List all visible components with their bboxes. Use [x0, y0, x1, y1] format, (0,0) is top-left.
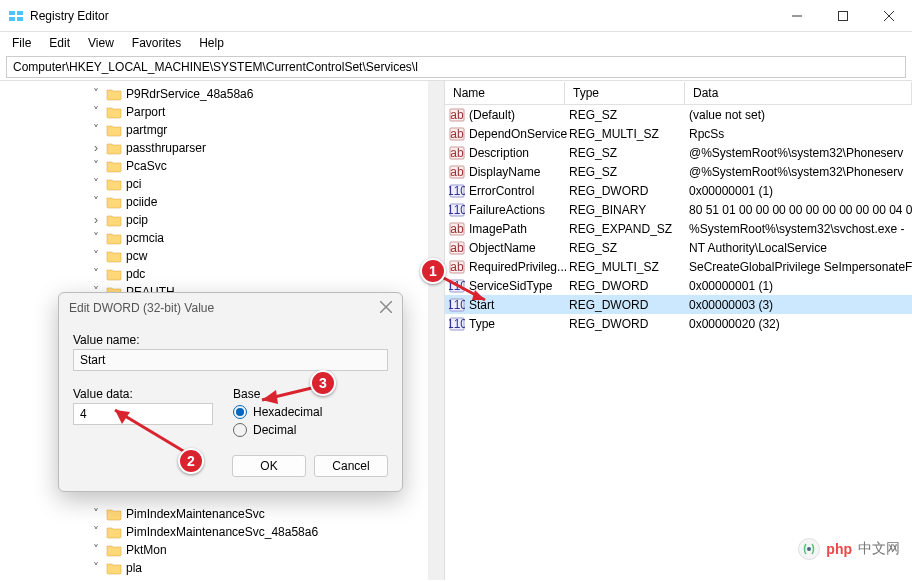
- column-type[interactable]: Type: [565, 82, 685, 104]
- close-button[interactable]: [866, 0, 912, 32]
- cancel-button[interactable]: Cancel: [314, 455, 388, 477]
- value-type: REG_EXPAND_SZ: [569, 222, 689, 236]
- tree-item[interactable]: ˅Parport: [0, 103, 444, 121]
- svg-text:110: 110: [449, 184, 465, 198]
- registry-value-row[interactable]: 110FailureActionsREG_BINARY80 51 01 00 0…: [445, 200, 912, 219]
- registry-value-row[interactable]: abDescriptionREG_SZ@%SystemRoot%\system3…: [445, 143, 912, 162]
- value-data: NT Authority\LocalService: [689, 241, 912, 255]
- value-name-input: [73, 349, 388, 371]
- tree-label: pciide: [126, 195, 157, 209]
- value-data: 0x00000020 (32): [689, 317, 912, 331]
- window-title: Registry Editor: [30, 9, 774, 23]
- tree-label: partmgr: [126, 123, 167, 137]
- tree-label: PimIndexMaintenanceSvc_48a58a6: [126, 525, 318, 539]
- address-bar[interactable]: Computer\HKEY_LOCAL_MACHINE\SYSTEM\Curre…: [6, 56, 906, 78]
- menu-favorites[interactable]: Favorites: [124, 34, 189, 52]
- value-name: ErrorControl: [469, 184, 569, 198]
- registry-value-row[interactable]: abObjectNameREG_SZNT Authority\LocalServ…: [445, 238, 912, 257]
- value-data: @%SystemRoot%\system32\Phoneserv: [689, 146, 912, 160]
- value-type: REG_DWORD: [569, 298, 689, 312]
- value-data: 0x00000003 (3): [689, 298, 912, 312]
- value-data: 80 51 01 00 00 00 00 00 00 00 00 00 04 0…: [689, 203, 912, 217]
- tree-label: Parport: [126, 105, 165, 119]
- maximize-button[interactable]: [820, 0, 866, 32]
- value-data: @%SystemRoot%\system32\Phoneserv: [689, 165, 912, 179]
- tree-label: PimIndexMaintenanceSvc: [126, 507, 265, 521]
- value-data-label: Value data:: [73, 387, 213, 401]
- menu-file[interactable]: File: [4, 34, 39, 52]
- tree-item[interactable]: ˅partmgr: [0, 121, 444, 139]
- value-name: ObjectName: [469, 241, 569, 255]
- value-data: (value not set): [689, 108, 912, 122]
- svg-text:ab: ab: [450, 222, 464, 236]
- value-type: REG_SZ: [569, 108, 689, 122]
- registry-value-row[interactable]: abDependOnServiceREG_MULTI_SZRpcSs: [445, 124, 912, 143]
- tree-scrollbar[interactable]: [428, 81, 444, 580]
- svg-text:ab: ab: [450, 241, 464, 255]
- list-pane[interactable]: Name Type Data ab(Default)REG_SZ(value n…: [445, 81, 912, 580]
- tree-item[interactable]: ˅PlugPlay: [0, 577, 444, 580]
- tree-item[interactable]: ˅pcw: [0, 247, 444, 265]
- address-text: Computer\HKEY_LOCAL_MACHINE\SYSTEM\Curre…: [13, 60, 418, 74]
- tree-item[interactable]: ˅pla: [0, 559, 444, 577]
- dialog-titlebar: Edit DWORD (32-bit) Value: [59, 293, 402, 323]
- menu-help[interactable]: Help: [191, 34, 232, 52]
- value-type: REG_MULTI_SZ: [569, 127, 689, 141]
- registry-value-row[interactable]: 110ServiceSidTypeREG_DWORD0x00000001 (1): [445, 276, 912, 295]
- registry-value-row[interactable]: abImagePathREG_EXPAND_SZ%SystemRoot%\sys…: [445, 219, 912, 238]
- menu-view[interactable]: View: [80, 34, 122, 52]
- registry-value-row[interactable]: abDisplayNameREG_SZ@%SystemRoot%\system3…: [445, 162, 912, 181]
- registry-value-row[interactable]: 110ErrorControlREG_DWORD0x00000001 (1): [445, 181, 912, 200]
- value-type: REG_BINARY: [569, 203, 689, 217]
- svg-marker-35: [472, 290, 485, 300]
- minimize-button[interactable]: [774, 0, 820, 32]
- tree-item[interactable]: ˅pciide: [0, 193, 444, 211]
- dialog-title: Edit DWORD (32-bit) Value: [69, 301, 214, 315]
- svg-text:110: 110: [449, 203, 465, 217]
- svg-marker-39: [262, 390, 278, 404]
- value-name: Type: [469, 317, 569, 331]
- title-bar: Registry Editor: [0, 0, 912, 32]
- radio-decimal[interactable]: Decimal: [233, 423, 388, 437]
- tree-item[interactable]: ˅PimIndexMaintenanceSvc_48a58a6: [0, 523, 444, 541]
- value-data: 0x00000001 (1): [689, 184, 912, 198]
- tree-label: P9RdrService_48a58a6: [126, 87, 253, 101]
- registry-value-row[interactable]: abRequiredPrivileg...REG_MULTI_SZSeCreat…: [445, 257, 912, 276]
- value-name: (Default): [469, 108, 569, 122]
- menu-edit[interactable]: Edit: [41, 34, 78, 52]
- tree-label: PlugPlay: [126, 579, 173, 580]
- ok-button[interactable]: OK: [232, 455, 306, 477]
- value-name: ImagePath: [469, 222, 569, 236]
- annotation-3: 3: [310, 370, 336, 396]
- tree-label: pcmcia: [126, 231, 164, 245]
- value-name: DependOnService: [469, 127, 569, 141]
- value-name: Description: [469, 146, 569, 160]
- column-name[interactable]: Name: [445, 82, 565, 104]
- column-data[interactable]: Data: [685, 82, 912, 104]
- tree-item[interactable]: ›pcip: [0, 211, 444, 229]
- dialog-close-icon[interactable]: [380, 301, 392, 316]
- tree-item[interactable]: ˅PktMon: [0, 541, 444, 559]
- registry-value-row[interactable]: 110TypeREG_DWORD0x00000020 (32): [445, 314, 912, 333]
- registry-value-row[interactable]: 110StartREG_DWORD0x00000003 (3): [445, 295, 912, 314]
- value-name: DisplayName: [469, 165, 569, 179]
- registry-value-row[interactable]: ab(Default)REG_SZ(value not set): [445, 105, 912, 124]
- svg-point-40: [807, 547, 811, 551]
- value-data: %SystemRoot%\system32\svchost.exe -: [689, 222, 912, 236]
- svg-rect-0: [9, 11, 15, 15]
- svg-rect-1: [17, 11, 23, 15]
- tree-item[interactable]: ›passthruparser: [0, 139, 444, 157]
- tree-item[interactable]: ˅pci: [0, 175, 444, 193]
- radio-icon: [233, 423, 247, 437]
- watermark-prefix: php: [826, 541, 852, 557]
- tree-item[interactable]: ˅P9RdrService_48a58a6: [0, 85, 444, 103]
- svg-rect-3: [17, 17, 23, 21]
- tree-item[interactable]: ˅pcmcia: [0, 229, 444, 247]
- watermark-logo: [798, 538, 820, 560]
- tree-item[interactable]: ˅pdc: [0, 265, 444, 283]
- tree-item[interactable]: ˅PcaSvc: [0, 157, 444, 175]
- tree-label: passthruparser: [126, 141, 206, 155]
- tree-label: PktMon: [126, 543, 167, 557]
- radio-dec-label: Decimal: [253, 423, 296, 437]
- tree-item[interactable]: ˅PimIndexMaintenanceSvc: [0, 505, 444, 523]
